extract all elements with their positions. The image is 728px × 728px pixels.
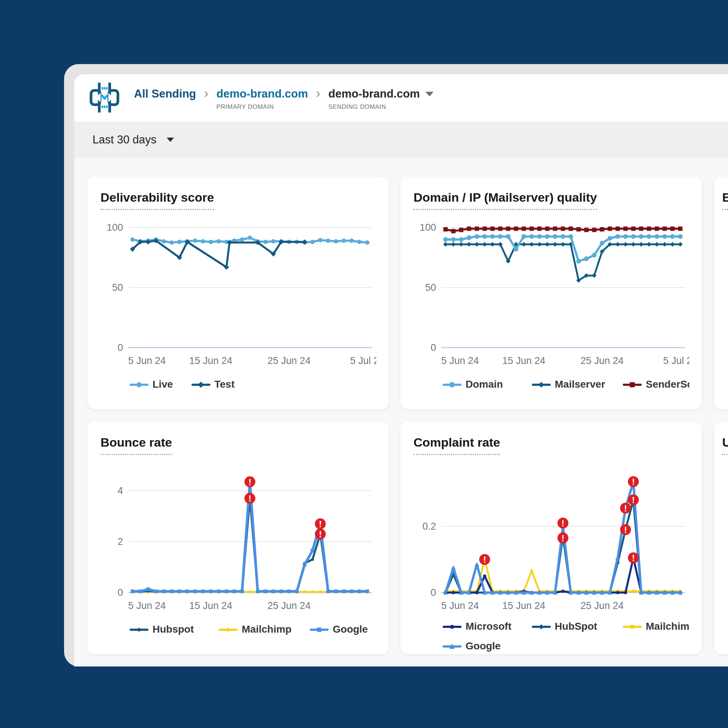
series-point-mailserver — [670, 242, 675, 247]
legend-label: Live — [153, 379, 173, 390]
series-point-google — [217, 590, 220, 593]
app-window: All Sending › demo-brand.com PRIMARY DOM… — [64, 64, 728, 667]
series-point-live — [310, 240, 315, 244]
breadcrumb-label[interactable]: demo-brand.com — [217, 87, 308, 101]
breadcrumb-primary-domain[interactable]: demo-brand.com PRIMARY DOMAIN — [217, 87, 308, 111]
alert-icon: ! — [315, 518, 326, 529]
series-point-microsoft — [476, 591, 479, 594]
legend-label: Mailchimp — [242, 624, 292, 635]
chart-title: E — [722, 190, 728, 210]
series-point-domain — [537, 234, 542, 239]
legend-item-google[interactable]: Google — [311, 624, 368, 635]
series-point-senderscore — [490, 226, 495, 231]
legend-item-test[interactable]: Test — [193, 379, 235, 390]
legend-item-mailserver[interactable]: Mailserver — [533, 379, 605, 390]
alert-icon: ! — [628, 476, 639, 487]
legend-item-mailchimp[interactable]: Mailchimp — [220, 624, 292, 635]
breadcrumb-all-sending[interactable]: All Sending — [134, 87, 196, 101]
series-point-live — [162, 239, 166, 243]
chart-canvas: 1005005 Jun 2415 Jun 2425 Jun 245 Jul 24… — [413, 217, 690, 399]
series-point-domain — [623, 234, 628, 239]
svg-text:!: ! — [624, 525, 627, 535]
series-point-microsoft — [561, 590, 564, 593]
breadcrumb-sending-domain[interactable]: demo-brand.com SENDING DOMAIN — [328, 87, 434, 111]
series-point-domain — [482, 234, 487, 239]
legend-item-senderscore[interactable]: SenderScore — [624, 379, 690, 390]
breadcrumb-caption: SENDING DOMAIN — [328, 103, 434, 111]
series-point-google — [146, 587, 150, 591]
series-point-domain — [670, 234, 675, 239]
legend-item-domain[interactable]: Domain — [444, 379, 503, 390]
series-point-google — [154, 590, 158, 593]
series-point-mailchimp — [632, 590, 635, 593]
series-point-mailchimp — [530, 570, 533, 573]
caret-down-icon[interactable] — [425, 92, 434, 96]
series-point-senderscore — [655, 226, 659, 231]
breadcrumb-label[interactable]: demo-brand.com — [328, 87, 420, 101]
series-line-hubspot — [133, 498, 367, 592]
series-point-google — [303, 563, 306, 566]
alert-icon: ! — [628, 494, 639, 505]
alert-icon: ! — [245, 476, 255, 487]
legend-item-hubspot[interactable]: HubSpot — [533, 621, 597, 632]
y-tick-label: 0.2 — [422, 521, 436, 532]
date-range-dropdown[interactable]: Last 30 days — [92, 133, 174, 146]
x-tick-label: 5 Jun 24 — [128, 355, 166, 366]
alert-icon: ! — [620, 503, 631, 514]
legend-label: Google — [466, 640, 500, 652]
series-point-senderscore — [639, 226, 644, 231]
caret-down-icon[interactable] — [167, 138, 174, 142]
chevron-right-icon: › — [316, 87, 320, 101]
legend-label: Domain — [466, 379, 503, 390]
series-point-mailserver — [616, 242, 620, 247]
series-point-domain — [490, 234, 495, 239]
x-tick-label: 5 Jun 24 — [441, 600, 479, 611]
legend-marker — [317, 627, 321, 632]
y-tick-label: 4 — [118, 485, 123, 496]
legend-marker — [539, 624, 544, 629]
legend-marker — [630, 382, 635, 387]
series-point-google — [342, 590, 346, 593]
breadcrumb-label[interactable]: All Sending — [134, 87, 196, 101]
chart-bounce-rate: 4205 Jun 2415 Jun 2425 Jun 24!!!!Hubspot… — [100, 462, 376, 651]
legend-marker — [136, 382, 142, 387]
series-point-senderscore — [506, 226, 510, 231]
series-point-senderscore — [553, 226, 557, 231]
card-bounce-rate: Bounce rate 4205 Jun 2415 Jun 2425 Jun 2… — [87, 422, 389, 654]
chart-canvas: 0.205 Jun 2415 Jun 2425 Jun 24!!!!!!!!Mi… — [413, 462, 690, 660]
legend-item-hubspot[interactable]: Hubspot — [131, 624, 194, 635]
legend-label: HubSpot — [555, 621, 597, 632]
series-point-google — [311, 549, 315, 552]
svg-text:!: ! — [632, 477, 635, 487]
chart-deliverability-score: 1005005 Jun 2415 Jun 2425 Jun 245 Jul 24… — [100, 217, 376, 406]
series-line-test — [133, 241, 305, 267]
legend-label: SenderScore — [646, 379, 690, 390]
series-point-senderscore — [569, 226, 573, 231]
series-point-microsoft — [452, 591, 455, 594]
card-deliverability-score: Deliverability score 1005005 Jun 2415 Ju… — [87, 177, 389, 409]
y-tick-label: 0 — [118, 342, 123, 353]
series-point-mailserver — [490, 242, 495, 247]
legend-item-mailchimp[interactable]: Mailchimp — [624, 621, 690, 632]
series-point-google — [451, 565, 456, 570]
series-point-live — [358, 240, 362, 244]
chart-title: Complaint rate — [413, 435, 500, 455]
card-partial-top: E — [714, 177, 728, 409]
date-range-label[interactable]: Last 30 days — [92, 133, 156, 146]
alert-icon: ! — [315, 529, 326, 540]
series-point-domain — [561, 234, 565, 239]
legend-item-microsoft[interactable]: Microsoft — [444, 621, 511, 632]
series-point-senderscore — [545, 226, 550, 231]
series-point-domain — [655, 234, 659, 239]
legend-item-google[interactable]: Google — [444, 640, 500, 652]
series-point-domain — [569, 234, 573, 239]
series-point-mailserver — [678, 242, 683, 247]
svg-text:!: ! — [562, 518, 564, 528]
series-point-google — [139, 590, 142, 593]
chevron-right-icon: › — [204, 87, 209, 101]
series-point-live — [349, 239, 354, 243]
alert-icon: ! — [479, 554, 490, 565]
series-point-domain — [529, 234, 534, 239]
legend-item-live[interactable]: Live — [131, 379, 173, 390]
x-tick-label: 5 Jul 24 — [663, 355, 690, 366]
